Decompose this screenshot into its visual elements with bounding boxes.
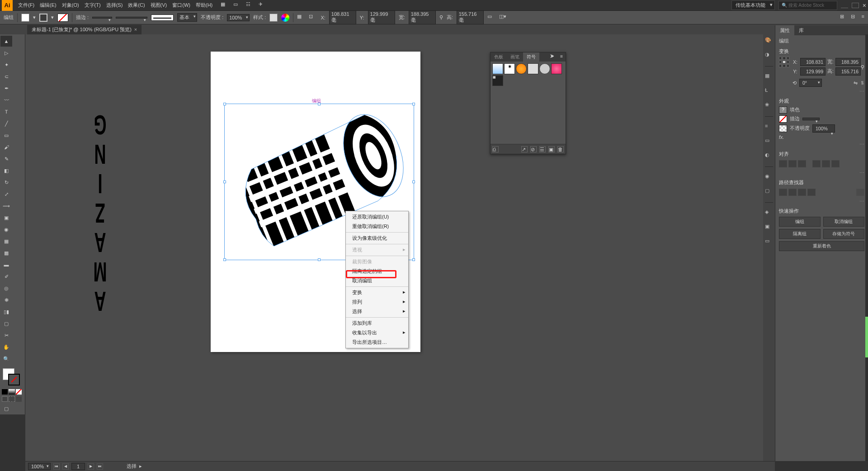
swatches-icon[interactable]: ▦ <box>765 73 773 81</box>
direct-selection-tool[interactable]: ▷ <box>0 48 12 58</box>
first-artboard[interactable]: ⏮ <box>53 463 60 470</box>
opacity-swatch[interactable] <box>779 125 787 132</box>
hand-tool[interactable]: ✋ <box>0 342 12 352</box>
btn-group[interactable]: 编组 <box>779 217 821 227</box>
prop-y[interactable]: 129.999 <box>800 67 826 76</box>
exclude[interactable] <box>807 189 816 196</box>
graphic-style-swatch[interactable] <box>269 14 278 22</box>
artboard-number[interactable]: 1 <box>71 463 85 470</box>
handle-ml[interactable] <box>223 181 226 183</box>
prev-artboard[interactable]: ◀ <box>62 463 69 470</box>
draw-behind[interactable] <box>9 396 14 402</box>
btn-isolate[interactable]: 隔离组 <box>779 229 821 239</box>
symbol-item[interactable]: ▦ <box>492 75 503 86</box>
transform-panel-icon[interactable]: ▭ <box>487 14 495 22</box>
ctx-add-library[interactable]: 添加到库 <box>346 319 408 328</box>
place-symbol-icon[interactable]: ↗ <box>521 146 528 152</box>
ctx-undo[interactable]: 还原取消编组(U) <box>346 212 408 222</box>
stroke-dd-icon[interactable]: ▾ <box>51 14 54 20</box>
last-artboard[interactable]: ⏭ <box>97 463 103 470</box>
minus-front[interactable] <box>788 189 797 196</box>
workspace-switcher[interactable]: 传统基本功能 <box>731 0 775 10</box>
menu-type[interactable]: 文字(T) <box>82 2 104 9</box>
handle-br[interactable] <box>412 258 415 261</box>
menu-view[interactable]: 视图(V) <box>148 2 170 9</box>
collapse-icon[interactable]: ⮞ <box>547 52 557 62</box>
menu-help[interactable]: 帮助(H) <box>193 2 215 9</box>
arrange-docs-icon[interactable]: ▭ <box>233 1 241 10</box>
handle-mr[interactable] <box>412 181 415 183</box>
stroke-swatch-ico[interactable] <box>39 14 47 22</box>
appearance-more[interactable]: ⋯ <box>779 142 864 147</box>
artboard-tool[interactable]: ▢ <box>0 318 12 329</box>
width-tool[interactable]: ⟿ <box>0 200 12 211</box>
symbol-item[interactable]: ✷ <box>504 63 515 74</box>
ctx-pixel-perfect[interactable]: 设为像素级优化 <box>346 233 408 243</box>
flip-h-icon[interactable]: ⇋ <box>854 80 858 86</box>
fill-stroke-control[interactable] <box>0 367 24 388</box>
tab-swatches[interactable]: 色板 <box>491 52 507 62</box>
layers-icon[interactable]: ◈ <box>765 209 773 217</box>
stock-search[interactable]: 🔍 搜索 Adobe Stock <box>778 1 837 10</box>
link-wh-icon[interactable]: ⚲ <box>439 14 443 20</box>
symbols-icon[interactable]: ❀ <box>765 102 773 110</box>
gpu-icon[interactable]: ✈ <box>259 1 267 10</box>
link-icon[interactable]: ⚲ <box>861 64 864 70</box>
stroke-varwidth[interactable] <box>116 17 147 19</box>
window-minimize[interactable] <box>841 3 848 8</box>
fill-dd-icon[interactable]: ▾ <box>33 14 36 20</box>
align-top[interactable] <box>812 160 821 167</box>
lasso-tool[interactable]: ⊂ <box>0 71 12 82</box>
selection-tool[interactable]: ▲ <box>0 36 12 47</box>
h-input[interactable]: 155.716 毫 <box>457 10 484 24</box>
panel-menu-icon[interactable]: ≡ <box>557 52 566 62</box>
stroke-weight[interactable] <box>92 17 112 19</box>
mesh-tool[interactable]: ▩ <box>0 247 12 258</box>
window-maximize[interactable] <box>852 3 859 8</box>
prop-rotation[interactable]: 0° <box>799 79 822 87</box>
stroke-swatch[interactable] <box>779 115 787 123</box>
shaper-tool[interactable]: ✎ <box>0 153 12 164</box>
tab-symbols[interactable]: 符号 <box>523 52 539 62</box>
align-right[interactable] <box>798 160 806 167</box>
eraser-tool[interactable]: ◧ <box>0 165 12 176</box>
gradient-panel-icon[interactable]: ▭ <box>765 138 773 146</box>
brush-def[interactable]: 基本 <box>177 13 197 22</box>
opacity-prop[interactable]: 100% <box>812 124 835 133</box>
ctx-redo[interactable]: 重做取消编组(R) <box>346 222 408 231</box>
prop-w[interactable]: 188.395 <box>835 58 861 66</box>
shape-mode-icon[interactable]: ◫▾ <box>499 14 507 22</box>
symbol-sprayer-tool[interactable]: ❋ <box>0 295 12 305</box>
intersect[interactable] <box>798 189 806 196</box>
draw-inside[interactable] <box>16 396 22 402</box>
asset-export-icon[interactable]: ▣ <box>765 224 773 232</box>
blend-tool[interactable]: ◎ <box>0 283 12 294</box>
shape-builder-tool[interactable]: ◉ <box>0 224 12 235</box>
status-menu-icon[interactable]: ▸ <box>139 463 142 469</box>
menu-select[interactable]: 选择(S) <box>104 2 126 9</box>
btn-save-symbol[interactable]: 存储为符号 <box>823 229 865 239</box>
fx-label[interactable]: fx. <box>779 134 784 140</box>
stroke-box[interactable] <box>8 374 20 385</box>
menu-edit[interactable]: 编辑(E) <box>37 2 59 9</box>
handle-tm[interactable] <box>318 103 321 105</box>
opacity-dd[interactable]: 100% <box>227 14 250 21</box>
gradient-mode[interactable] <box>9 389 14 395</box>
align-hcenter[interactable] <box>788 160 797 167</box>
pen-tool[interactable]: ✒ <box>0 83 12 94</box>
color-guide-icon[interactable]: ◑ <box>765 52 773 60</box>
reference-point[interactable] <box>779 57 789 67</box>
handle-tl[interactable] <box>223 103 226 105</box>
prop-h[interactable]: 155.716 <box>835 67 861 76</box>
draw-normal[interactable] <box>2 396 8 402</box>
canvas[interactable]: AMAZING 编组 <box>25 34 763 461</box>
ctrl-menu-icon[interactable]: ≡ <box>862 14 864 22</box>
stroke-weight-prop[interactable] <box>802 118 820 120</box>
recolor-icon[interactable] <box>281 14 289 22</box>
align-left[interactable] <box>779 160 787 167</box>
delete-symbol-icon[interactable]: 🗑 <box>557 146 564 152</box>
no-fill-icon[interactable] <box>57 14 68 22</box>
brushes-icon[interactable]: Ɫ <box>765 87 773 95</box>
ctx-export-selection[interactable]: 导出所选项目… <box>346 338 408 347</box>
y-input[interactable]: 129.999 毫 <box>368 10 395 24</box>
